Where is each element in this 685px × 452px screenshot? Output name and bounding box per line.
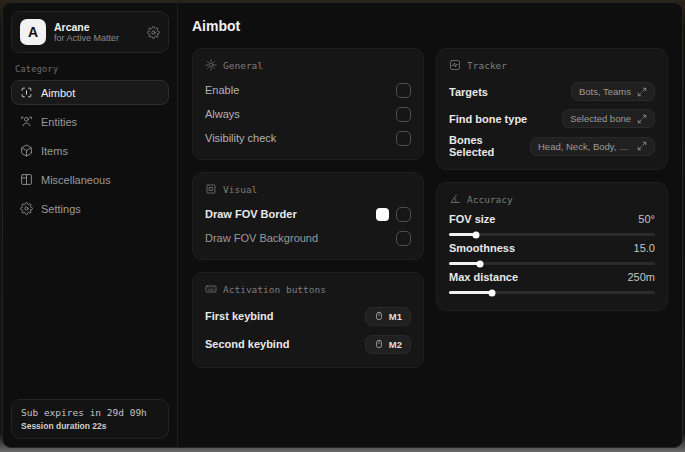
- draw-fov-background-checkbox[interactable]: [396, 231, 411, 246]
- slider-value: 50°: [638, 213, 655, 225]
- sidebar-item-label: Settings: [41, 203, 81, 215]
- keybind-value: M2: [389, 339, 402, 350]
- second-keybind-button[interactable]: M2: [365, 335, 411, 354]
- setting-row-first-keybind: First keybind M1: [205, 303, 411, 329]
- slider-value: 15.0: [634, 242, 655, 254]
- accuracy-card-header: Accuracy: [449, 193, 655, 205]
- keyboard-icon: [205, 283, 217, 295]
- visibility-check-checkbox[interactable]: [396, 131, 411, 146]
- fov-size-slider[interactable]: [449, 233, 655, 236]
- left-column: General Enable Always Visibility check: [192, 48, 424, 368]
- expand-icon: [637, 87, 647, 97]
- category-nav: Aimbot Entities Items: [11, 80, 169, 221]
- general-card: General Enable Always Visibility check: [192, 48, 424, 160]
- sidebar-item-items[interactable]: Items: [11, 138, 169, 163]
- slider-thumb[interactable]: [472, 231, 479, 238]
- crosshair-scan-icon: [20, 86, 33, 99]
- setting-row-max-distance: Max distance 250m: [449, 271, 655, 294]
- mouse-icon: [374, 311, 384, 321]
- setting-label: Bones Selected: [449, 134, 530, 158]
- max-distance-slider[interactable]: [449, 291, 655, 294]
- setting-label: Targets: [449, 86, 488, 98]
- always-checkbox[interactable]: [396, 107, 411, 122]
- smoothness-slider[interactable]: [449, 262, 655, 265]
- sidebar-item-label: Aimbot: [41, 87, 75, 99]
- slider-fill: [449, 291, 492, 294]
- sidebar-item-label: Items: [41, 145, 68, 157]
- category-label: Category: [15, 64, 165, 74]
- visual-card-header: Visual: [205, 183, 411, 195]
- app-logo: A: [20, 19, 46, 45]
- sub-expires-text: Sub expires in 29d 09h: [21, 407, 159, 418]
- gear-icon[interactable]: [147, 26, 160, 39]
- setting-label: Find bone type: [449, 113, 527, 125]
- slider-thumb[interactable]: [476, 260, 483, 267]
- sun-gear-icon: [205, 59, 217, 71]
- sidebar-item-aimbot[interactable]: Aimbot: [11, 80, 169, 105]
- activation-buttons-card: Activation buttons First keybind M1: [192, 272, 424, 368]
- setting-row-draw-fov-border: Draw FOV Border: [205, 203, 411, 225]
- accuracy-card-title: Accuracy: [467, 194, 513, 205]
- brand-card: A Arcane for Active Matter: [11, 11, 169, 53]
- setting-label: FOV size: [449, 213, 495, 225]
- slider-fill: [449, 262, 480, 265]
- find-bone-type-select[interactable]: Selected bone: [562, 109, 655, 128]
- setting-label: Second keybind: [205, 338, 289, 350]
- frame-icon: [205, 183, 217, 195]
- setting-row-smoothness: Smoothness 15.0: [449, 242, 655, 265]
- main-content: Aimbot General Enable: [178, 3, 682, 447]
- gear-icon: [20, 202, 33, 215]
- fov-border-color-swatch[interactable]: [376, 208, 389, 221]
- session-duration-text: Session duration 22s: [21, 421, 159, 431]
- select-value: Bots, Teams: [579, 86, 631, 97]
- mouse-icon: [374, 339, 384, 349]
- radar-icon: [449, 59, 461, 71]
- visual-card: Visual Draw FOV Border Draw FOV Backgrou…: [192, 172, 424, 260]
- sidebar-item-label: Entities: [41, 116, 77, 128]
- sidebar-item-miscellaneous[interactable]: Miscellaneous: [11, 167, 169, 192]
- screen: A Arcane for Active Matter Category Aimb…: [0, 0, 685, 452]
- select-value: Head, Neck, Body, Pe..: [538, 141, 631, 152]
- cube-icon: [20, 144, 33, 157]
- accuracy-card: Accuracy FOV size 50°: [436, 182, 668, 311]
- setting-row-second-keybind: Second keybind M2: [205, 331, 411, 357]
- draw-fov-border-checkbox[interactable]: [396, 207, 411, 222]
- expand-icon: [637, 141, 647, 151]
- general-card-header: General: [205, 59, 411, 71]
- setting-row-find-bone-type: Find bone type Selected bone: [449, 106, 655, 131]
- app-subtitle: for Active Matter: [54, 33, 139, 43]
- setting-label: Smoothness: [449, 242, 515, 254]
- setting-row-draw-fov-background: Draw FOV Background: [205, 227, 411, 249]
- targets-select[interactable]: Bots, Teams: [571, 82, 655, 101]
- angle-icon: [449, 193, 461, 205]
- setting-row-targets: Targets Bots, Teams: [449, 79, 655, 104]
- person-target-icon: [20, 115, 33, 128]
- tracker-card-header: Tracker: [449, 59, 655, 71]
- first-keybind-button[interactable]: M1: [365, 307, 411, 326]
- sidebar-item-settings[interactable]: Settings: [11, 196, 169, 221]
- enable-checkbox[interactable]: [396, 83, 411, 98]
- setting-row-always: Always: [205, 103, 411, 125]
- slider-value: 250m: [627, 271, 655, 283]
- select-value: Selected bone: [570, 113, 631, 124]
- setting-label: Visibility check: [205, 132, 276, 144]
- setting-row-enable: Enable: [205, 79, 411, 101]
- setting-label: Always: [205, 108, 240, 120]
- brand-text: Arcane for Active Matter: [54, 21, 139, 43]
- sidebar-item-entities[interactable]: Entities: [11, 109, 169, 134]
- page-title: Aimbot: [192, 18, 668, 34]
- general-card-title: General: [223, 60, 263, 71]
- layout-columns-icon: [20, 173, 33, 186]
- app-name: Arcane: [54, 21, 139, 33]
- bones-selected-select[interactable]: Head, Neck, Body, Pe..: [530, 137, 655, 156]
- expand-icon: [637, 114, 647, 124]
- setting-label: Max distance: [449, 271, 518, 283]
- setting-label: First keybind: [205, 310, 273, 322]
- sidebar-item-label: Miscellaneous: [41, 174, 111, 186]
- slider-thumb[interactable]: [489, 289, 496, 296]
- activation-card-title: Activation buttons: [223, 284, 326, 295]
- setting-label: Enable: [205, 84, 239, 96]
- arcane-window: A Arcane for Active Matter Category Aimb…: [2, 2, 683, 448]
- setting-label: Draw FOV Border: [205, 208, 297, 220]
- setting-label: Draw FOV Background: [205, 232, 318, 244]
